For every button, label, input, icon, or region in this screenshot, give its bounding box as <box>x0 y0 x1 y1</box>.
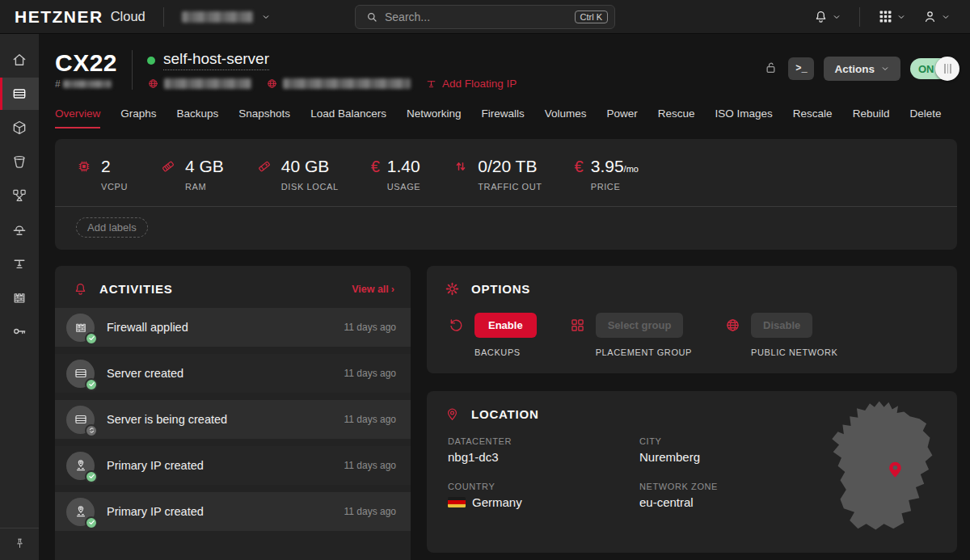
ipv6-address[interactable] <box>266 78 411 90</box>
field-datacenter: DATACENTER nbg1-dc3 <box>448 436 639 464</box>
activities-header: ACTIVITIES View all › <box>55 266 411 308</box>
activities-list: Firewall applied 11 days ago Server crea… <box>55 308 411 531</box>
tab-snapshots[interactable]: Snapshots <box>238 107 290 128</box>
server-id-redacted <box>63 80 112 88</box>
project-selector[interactable] <box>182 11 271 23</box>
activity-time: 11 days ago <box>344 460 397 471</box>
activity-text: Primary IP created <box>107 505 204 518</box>
search-input[interactable]: Search... Ctrl K <box>355 5 615 29</box>
location-pin-icon <box>445 406 460 422</box>
activity-row[interactable]: Primary IP created 11 days ago <box>55 446 411 485</box>
tab-rescue[interactable]: Rescue <box>658 107 695 128</box>
stat-label: USAGE <box>387 182 421 192</box>
power-toggle[interactable]: ON <box>910 58 957 79</box>
activity-row[interactable]: Server is being created 11 days ago <box>55 400 411 439</box>
networks-icon <box>11 187 27 204</box>
activity-avatar <box>66 452 95 480</box>
apps-menu[interactable] <box>873 6 911 27</box>
tab-delete[interactable]: Delete <box>909 107 941 128</box>
stat-value: 2 <box>101 157 111 175</box>
chevron-down-icon <box>880 64 890 74</box>
sidebar-item-images[interactable] <box>0 112 39 144</box>
tab-backups[interactable]: Backups <box>177 107 219 128</box>
hetzner-logo[interactable]: HETZNER <box>15 7 103 27</box>
option-backups: Enable BACKUPS <box>448 313 537 357</box>
ram-icon <box>160 158 176 175</box>
load-balancers-icon <box>11 221 27 238</box>
option-public-network: Disable PUBLIC NETWORK <box>724 313 837 357</box>
option-label: PLACEMENT GROUP <box>569 347 692 357</box>
field-value: Germany <box>472 495 522 509</box>
unlock-icon <box>763 60 778 75</box>
tab-power[interactable]: Power <box>607 107 638 128</box>
lock-toggle[interactable] <box>763 60 778 78</box>
activity-text: Primary IP created <box>107 459 204 472</box>
tab-rebuild[interactable]: Rebuild <box>853 107 890 128</box>
backup-history-icon <box>448 317 465 334</box>
search-icon <box>365 11 378 23</box>
field-value: eu-central <box>639 495 833 509</box>
server-icon <box>74 412 88 427</box>
tab-load-balancers[interactable]: Load Balancers <box>310 107 386 128</box>
status-badge <box>85 332 98 345</box>
tab-overview[interactable]: Overview <box>55 107 100 128</box>
activity-text: Firewall applied <box>107 321 188 334</box>
topbar-right-controls <box>808 6 955 27</box>
activity-row[interactable]: Firewall applied 11 days ago <box>55 308 411 347</box>
sidebar-item-floating-ips[interactable] <box>0 247 39 280</box>
select-group-button[interactable]: Select group <box>596 313 684 338</box>
notifications-menu[interactable] <box>808 6 846 27</box>
server-name-block: self-host-server Add Floating IP <box>133 50 517 90</box>
stat-value: 4 GB <box>185 157 224 175</box>
power-toggle-handle[interactable] <box>935 57 959 81</box>
activity-row[interactable]: Primary IP created 11 days ago <box>55 492 411 531</box>
tab-volumes[interactable]: Volumes <box>545 107 587 128</box>
enable-backups-button[interactable]: Enable <box>474 313 537 338</box>
primary-ip-icon <box>74 504 88 519</box>
sidebar-item-servers[interactable] <box>0 78 39 110</box>
sidebar-item-storage[interactable] <box>0 145 39 178</box>
account-menu[interactable] <box>917 6 955 27</box>
sidebar-item-home[interactable] <box>0 44 39 76</box>
stat-ram: 4 GB RAM <box>160 157 224 192</box>
activity-avatar <box>66 406 95 434</box>
tab-graphs[interactable]: Graphs <box>120 107 156 128</box>
tab-networking[interactable]: Networking <box>407 107 462 128</box>
sidebar-item-load-balancers[interactable] <box>0 213 39 246</box>
stat-label: PRICE <box>591 182 639 192</box>
chevron-down-icon <box>941 12 951 22</box>
activity-time: 11 days ago <box>344 414 397 425</box>
activity-row[interactable]: Server created 11 days ago <box>55 354 411 393</box>
stat-value: 3.95 <box>591 157 624 175</box>
tab-rescale[interactable]: Rescale <box>793 107 833 128</box>
stat-suffix: /mo <box>624 164 639 174</box>
activity-time: 11 days ago <box>344 506 397 517</box>
activities-title: ACTIVITIES <box>99 282 173 296</box>
tab-iso-images[interactable]: ISO Images <box>715 107 773 128</box>
server-name[interactable]: self-host-server <box>163 50 269 70</box>
status-badge <box>85 470 98 483</box>
globe-icon <box>147 78 159 90</box>
stat-label: VCPU <box>101 182 128 192</box>
search-shortcut-badge: Ctrl K <box>575 11 609 23</box>
sidebar-item-security[interactable] <box>0 315 39 347</box>
add-labels-button[interactable]: Add labels <box>76 217 148 238</box>
bell-icon <box>73 281 88 297</box>
view-all-link[interactable]: View all › <box>352 284 394 295</box>
status-badge <box>85 516 98 529</box>
ipv4-address[interactable] <box>147 78 251 90</box>
console-button[interactable]: >_ <box>788 57 814 80</box>
disable-public-network-button[interactable]: Disable <box>751 313 812 338</box>
tab-firewalls[interactable]: Firewalls <box>481 107 524 128</box>
sidebar-item-networks[interactable] <box>0 179 39 212</box>
sidebar-item-firewalls[interactable] <box>0 281 39 314</box>
stat-usage: € 1.40 USAGE <box>371 157 421 192</box>
field-city: CITY Nuremberg <box>639 436 833 464</box>
stats-row: 2 VCPU 4 GB RAM 40 GB DISK LOCAL € 1.40 … <box>55 139 957 206</box>
actions-button[interactable]: Actions <box>824 57 900 81</box>
globe-icon <box>266 78 278 90</box>
sidebar-pin-toggle[interactable] <box>0 528 39 560</box>
add-floating-ip-link[interactable]: Add Floating IP <box>425 78 517 90</box>
germany-map <box>821 398 949 533</box>
chevron-down-icon <box>896 12 906 22</box>
